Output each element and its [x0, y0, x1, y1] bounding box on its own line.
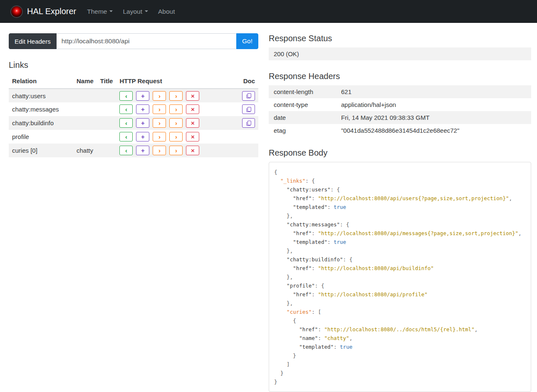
doc-button[interactable]	[242, 104, 255, 114]
links-table: RelationNameTitleHTTP RequestDoc chatty:…	[9, 74, 258, 157]
put-button[interactable]: ›	[153, 132, 166, 141]
get-button[interactable]: ‹	[119, 104, 133, 114]
doc-cell	[237, 130, 258, 144]
code-token-p	[274, 186, 287, 193]
response-body-heading: Response Body	[269, 148, 531, 158]
header-value: application/hal+json	[336, 98, 531, 111]
code-token-p: :	[327, 204, 334, 210]
address-bar: Edit Headers Go!	[9, 33, 258, 49]
response-headers-body: content-length621content-typeapplication…	[269, 85, 531, 137]
patch-button[interactable]: ›	[169, 132, 183, 141]
go-button[interactable]: Go!	[236, 33, 258, 49]
code-token-p	[274, 291, 293, 298]
relation-cell: curies [0]	[9, 144, 73, 157]
code-token-p	[274, 335, 299, 341]
patch-button[interactable]: ›	[169, 91, 183, 101]
nav-item-about[interactable]: About	[153, 5, 180, 19]
code-token-k: "href"	[293, 195, 312, 201]
response-body-code: { "_links": { "chatty:users": { "href": …	[274, 168, 526, 386]
put-button[interactable]: ›	[153, 146, 166, 155]
post-button[interactable]: +	[136, 146, 149, 155]
title-cell	[97, 89, 116, 102]
column-header-title: Title	[97, 74, 116, 89]
patch-button[interactable]: ›	[169, 104, 183, 114]
caret-down-icon	[145, 10, 148, 12]
code-token-p: :	[312, 291, 318, 298]
code-token-p: ,	[509, 195, 512, 201]
nav-item-theme[interactable]: Theme	[82, 5, 118, 19]
name-cell	[73, 89, 97, 102]
response-status-heading: Response Status	[269, 34, 531, 43]
brand-link[interactable]: HAL Explorer	[10, 5, 76, 18]
response-headers-table: content-length621content-typeapplication…	[269, 85, 531, 137]
column-header-relation: Relation	[9, 74, 73, 89]
request-panel: Edit Headers Go! Links RelationNameTitle…	[9, 33, 258, 157]
title-cell	[97, 116, 116, 130]
delete-button[interactable]: ×	[186, 104, 199, 114]
nav-item-layout[interactable]: Layout	[118, 5, 153, 19]
doc-cell	[237, 102, 258, 116]
code-token-p	[274, 239, 293, 245]
code-token-p: },	[274, 300, 293, 306]
get-button[interactable]: ‹	[119, 146, 133, 155]
code-token-p	[274, 309, 287, 315]
code-token-p: },	[274, 213, 293, 219]
code-token-p: ]	[274, 361, 290, 367]
get-button[interactable]: ‹	[119, 91, 133, 101]
doc-icon	[246, 120, 252, 126]
code-token-p: }	[274, 379, 277, 385]
code-token-p: {	[274, 169, 277, 175]
post-button[interactable]: +	[136, 91, 149, 101]
navbar: HAL Explorer ThemeLayoutAbout	[0, 0, 537, 23]
code-token-p: ,	[475, 326, 478, 332]
put-button[interactable]: ›	[153, 104, 166, 114]
code-token-k: "chatty:messages"	[287, 221, 340, 228]
post-button[interactable]: +	[136, 118, 149, 128]
put-button[interactable]: ›	[153, 91, 166, 101]
code-token-p	[274, 178, 280, 184]
patch-button[interactable]: ›	[169, 146, 183, 155]
http-request-cell: ‹+››×	[116, 130, 237, 144]
name-cell: chatty	[73, 144, 97, 157]
edit-headers-button[interactable]: Edit Headers	[9, 33, 57, 49]
main-content: Edit Headers Go! Links RelationNameTitle…	[0, 23, 537, 392]
code-token-p	[274, 265, 293, 271]
code-token-b: true	[334, 239, 346, 245]
code-token-p: :	[312, 195, 318, 201]
doc-icon	[246, 107, 252, 112]
title-cell	[97, 130, 116, 144]
patch-button[interactable]: ›	[169, 118, 183, 128]
title-cell	[97, 144, 116, 157]
code-token-s: "http://localhost:8080/../docs/html5/{re…	[324, 326, 474, 332]
code-token-p	[274, 256, 287, 263]
link-row: chatty:messages‹+››×	[9, 102, 258, 116]
url-input[interactable]	[57, 33, 236, 49]
put-button[interactable]: ›	[153, 118, 166, 128]
response-header-row: content-length621	[269, 85, 531, 98]
code-token-p	[274, 326, 299, 332]
code-token-p: : {	[343, 256, 353, 263]
delete-button[interactable]: ×	[186, 91, 199, 101]
code-token-s: "chatty"	[324, 335, 349, 341]
post-button[interactable]: +	[136, 132, 149, 141]
doc-button[interactable]	[242, 91, 255, 101]
delete-button[interactable]: ×	[186, 146, 199, 155]
code-token-s: "http://localhost:8080/api/users{?page,s…	[318, 195, 509, 201]
code-token-p: :	[327, 239, 334, 245]
doc-button[interactable]	[242, 118, 255, 128]
code-token-s: "http://localhost:8080/api/buildinfo"	[318, 265, 433, 271]
links-table-head-row: RelationNameTitleHTTP RequestDoc	[9, 74, 258, 89]
header-value: "0041da552488d86e31454d1c2e68eec72"	[336, 124, 531, 137]
code-token-p: }	[274, 352, 296, 359]
code-token-p: },	[274, 274, 293, 280]
header-value: 621	[336, 85, 531, 98]
delete-button[interactable]: ×	[186, 132, 199, 141]
code-token-b: true	[334, 204, 346, 210]
delete-button[interactable]: ×	[186, 118, 199, 128]
get-button[interactable]: ‹	[119, 118, 133, 128]
get-button[interactable]: ‹	[119, 132, 133, 141]
code-token-k: "chatty:buildinfo"	[287, 256, 343, 263]
post-button[interactable]: +	[136, 104, 149, 114]
relation-cell: chatty:users	[9, 89, 73, 102]
code-token-p: :	[318, 335, 324, 341]
